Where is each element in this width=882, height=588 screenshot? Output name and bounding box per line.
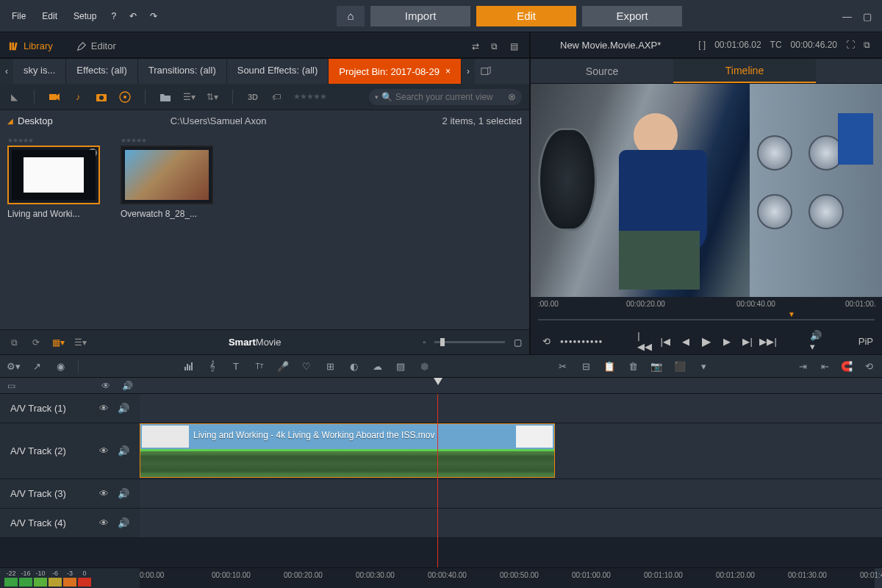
export-mode-button[interactable]: Export [582, 6, 682, 26]
color-icon[interactable]: ◐ [348, 360, 359, 372]
3d-tool-icon[interactable]: ⬢ [418, 360, 430, 372]
video-clip[interactable]: Living and Working - 4k Living & Working… [140, 423, 555, 478]
zoom-out-icon[interactable]: ▫ [423, 338, 426, 346]
popout-icon[interactable]: ⧉ [491, 41, 503, 53]
speaker-icon[interactable]: 🔊 [118, 488, 129, 499]
track-lane[interactable] [140, 394, 875, 423]
preview-time-ruler[interactable]: :00.00 00:00:20.00 00:00:40.00 00:01:00.… [531, 297, 882, 328]
filter-tab-sound[interactable]: Sound Effects: (all) [227, 59, 329, 84]
layout-icon[interactable]: ▤ [510, 41, 522, 53]
search-input[interactable] [395, 92, 508, 102]
tab-scroll-right-icon[interactable]: › [462, 59, 475, 84]
project-filter-icon[interactable] [118, 90, 132, 104]
tool-icon[interactable]: ↗ [31, 360, 43, 372]
razor-icon[interactable]: ✂ [556, 360, 568, 372]
popout-preview-icon[interactable]: ⧉ [864, 40, 870, 50]
media-item-2[interactable]: ★★★★★ Overwatch 8_28_... [121, 137, 216, 219]
step-back-icon[interactable]: ◀ [679, 334, 692, 348]
audio-filter-icon[interactable]: ♪ [71, 90, 85, 104]
track-header[interactable]: A/V Track (4) 👁 🔊 [0, 509, 140, 537]
step-fwd-icon[interactable]: ▶ [720, 334, 734, 348]
multicam-icon[interactable]: ⊞ [324, 360, 336, 372]
snapshot-icon[interactable]: 📷 [650, 360, 662, 372]
playhead-icon[interactable]: ▼ [788, 310, 795, 318]
edit-mode-button[interactable]: Edit [476, 6, 576, 26]
copy-icon[interactable]: ⧉ [7, 336, 21, 349]
help-icon[interactable]: ? [105, 8, 122, 24]
filter-tab-sky[interactable]: sky is... [13, 59, 66, 84]
split-icon[interactable]: ⊟ [580, 360, 592, 372]
dropdown-icon[interactable]: ▾ [375, 93, 379, 101]
track-header[interactable]: A/V Track (2) 👁 🔊 [0, 423, 140, 478]
marker-icon[interactable]: ⬛ [674, 360, 686, 372]
menu-setup[interactable]: Setup [66, 8, 104, 24]
pip-button[interactable]: PiP [858, 334, 873, 348]
eye-icon[interactable]: 👁 [99, 445, 109, 456]
filter-tab-project-bin[interactable]: Project Bin: 2017-08-29 × [329, 59, 462, 84]
track-lane[interactable] [140, 479, 875, 508]
zoom-slider[interactable] [434, 341, 505, 343]
preview-viewport[interactable] [531, 84, 882, 297]
marker-dropdown-icon[interactable]: ▾ [698, 360, 709, 372]
master-eye-icon[interactable]: 👁 [101, 381, 112, 391]
motion-icon[interactable]: ☁ [371, 360, 383, 372]
library-tab[interactable]: Library [0, 35, 68, 57]
filter-tab-effects[interactable]: Effects: (all) [66, 59, 137, 84]
folder-icon[interactable] [159, 90, 172, 104]
next-frame-icon[interactable]: ▶| [741, 334, 754, 348]
maximize-icon[interactable]: ▢ [863, 11, 873, 21]
tag-icon[interactable]: 🏷 [270, 90, 283, 104]
menu-file[interactable]: File [4, 8, 33, 24]
sort-icon[interactable]: ⇅▾ [206, 90, 219, 104]
eye-icon[interactable]: 👁 [99, 517, 109, 528]
eye-icon[interactable]: 👁 [99, 403, 109, 414]
voiceover-icon[interactable]: 🎤 [277, 360, 289, 372]
expand-icon[interactable]: ⛶ [846, 40, 855, 50]
video-filter-icon[interactable] [48, 90, 61, 104]
master-speaker-icon[interactable]: 🔊 [122, 381, 132, 391]
media-item-1[interactable]: ★★★★★ ✔ i Living and Worki... [7, 137, 103, 219]
refresh-icon[interactable]: ⟳ [29, 336, 43, 349]
gear-icon[interactable]: ⚙▾ [7, 360, 19, 372]
treble-clef-icon[interactable]: 𝄞 [207, 360, 218, 372]
media-thumbnail[interactable] [121, 146, 213, 204]
tc2-value[interactable]: 00:00:46.20 [791, 40, 837, 50]
playhead-handle[interactable] [434, 378, 442, 385]
swap-icon[interactable]: ⇄ [472, 41, 484, 53]
minimize-icon[interactable]: — [842, 11, 853, 21]
import-mode-button[interactable]: Import [370, 6, 470, 26]
speaker-icon[interactable]: 🔊 [118, 445, 129, 456]
link-icon[interactable]: ⟲ [863, 360, 875, 372]
clear-search-icon[interactable]: ⊗ [508, 91, 516, 102]
jog-control[interactable]: ●●●●●●●●●● [560, 338, 603, 345]
menu-edit[interactable]: Edit [35, 8, 65, 24]
3d-icon[interactable]: 3D [246, 90, 259, 104]
title-size-icon[interactable]: TT [254, 360, 265, 372]
disc-icon[interactable]: ◉ [54, 360, 66, 372]
close-tab-icon[interactable]: × [445, 66, 451, 76]
source-tab[interactable]: Source [531, 59, 673, 83]
trash-icon[interactable]: 🗑 [627, 360, 639, 372]
go-start-icon[interactable]: |◀◀ [638, 334, 651, 348]
title-icon[interactable]: T [230, 360, 242, 372]
editor-tab[interactable]: Editor [68, 35, 131, 57]
redo-icon[interactable]: ↷ [144, 8, 163, 24]
collapse-tracks-icon[interactable]: ▭ [7, 381, 18, 391]
track-lane[interactable]: Living and Working - 4k Living & Working… [140, 423, 875, 478]
loop-icon[interactable]: ⟲ [539, 334, 553, 348]
mixer-icon[interactable] [183, 360, 195, 372]
volume-icon[interactable]: 🔊▾ [810, 334, 823, 348]
magnet-icon[interactable]: 🧲 [841, 360, 853, 372]
play-icon[interactable]: ▶ [700, 334, 713, 348]
track-header[interactable]: A/V Track (1) 👁 🔊 [0, 394, 140, 423]
time-ruler[interactable]: 0:00.0000:00:10.0000:00:20.0000:00:30.00… [140, 568, 875, 588]
smartmovie-button[interactable]: SmartMovie [229, 337, 282, 348]
zoom-in-icon[interactable]: ▢ [514, 337, 522, 348]
home-button[interactable]: ⌂ [337, 6, 365, 26]
menu-icon[interactable]: ☰▾ [74, 336, 87, 349]
speaker-icon[interactable]: 🔊 [118, 517, 129, 528]
seek-bar[interactable] [538, 319, 875, 320]
grid-view-icon[interactable]: ▦▾ [51, 336, 65, 349]
timeline-ruler[interactable] [140, 378, 875, 394]
prev-frame-icon[interactable]: |◀ [659, 334, 672, 348]
